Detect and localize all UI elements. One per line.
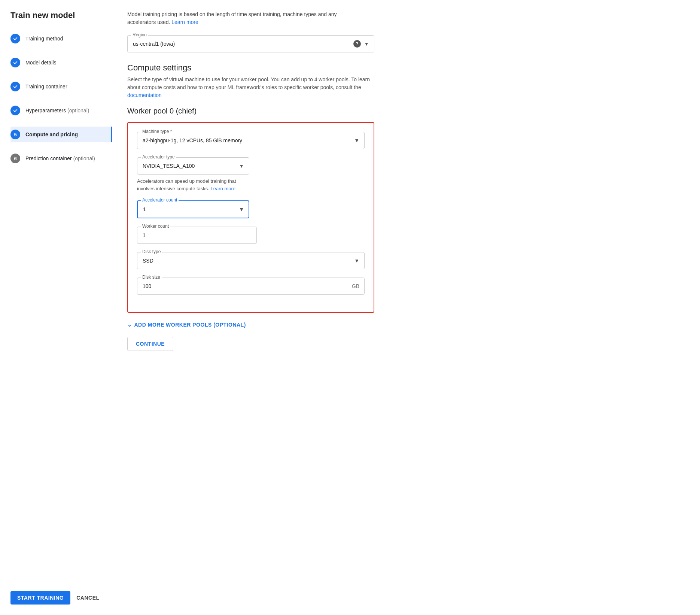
step-3-label: Training container xyxy=(25,84,67,90)
sidebar-item-hyperparameters[interactable]: Hyperparameters (optional) xyxy=(10,103,112,118)
sidebar-item-prediction-container[interactable]: 6 Prediction container (optional) xyxy=(10,151,112,166)
step-1-label: Training method xyxy=(25,36,63,42)
sidebar-item-training-container[interactable]: Training container xyxy=(10,79,112,94)
compute-settings-title: Compute settings xyxy=(127,63,685,73)
accelerator-note: Accelerators can speed up model training… xyxy=(137,178,242,192)
region-select-wrapper: us-central1 (Iowa) ? ▼ xyxy=(127,35,374,52)
chevron-expand-icon: ⌄ xyxy=(127,322,132,328)
sidebar: Train new model Training method Model de… xyxy=(0,0,112,615)
accelerator-count-label: Accelerator count xyxy=(141,197,179,203)
region-field-group: Region us-central1 (Iowa) ? ▼ xyxy=(127,35,374,52)
step-4-icon xyxy=(10,106,20,115)
disk-type-field-group: Disk type SSD ▼ xyxy=(137,252,365,269)
disk-type-label: Disk type xyxy=(141,249,162,254)
step-5-label: Compute and pricing xyxy=(25,131,78,137)
machine-type-select[interactable]: a2-highgpu-1g, 12 vCPUs, 85 GiB memory xyxy=(137,132,365,149)
step-2-label: Model details xyxy=(25,60,57,66)
learn-more-link[interactable]: Learn more xyxy=(171,19,198,25)
step-6-icon: 6 xyxy=(10,154,20,163)
step-3-icon xyxy=(10,82,20,91)
worker-count-input[interactable] xyxy=(137,227,257,244)
worker-pool-title: Worker pool 0 (chief) xyxy=(127,107,685,115)
disk-size-field-group: Disk size GB xyxy=(137,278,365,295)
disk-size-label: Disk size xyxy=(141,275,162,280)
machine-type-field-group: Machine type * a2-highgpu-1g, 12 vCPUs, … xyxy=(137,132,365,149)
region-help-icon[interactable]: ? xyxy=(353,40,361,48)
region-select[interactable]: us-central1 (Iowa) xyxy=(127,35,374,52)
sidebar-actions: START TRAINING CANCEL xyxy=(10,591,112,605)
accelerator-count-select-wrapper: 1 ▼ xyxy=(137,200,249,218)
step-1-icon xyxy=(10,34,20,43)
accelerator-type-select[interactable]: NVIDIA_TESLA_A100 xyxy=(137,157,249,175)
machine-type-select-wrapper: a2-highgpu-1g, 12 vCPUs, 85 GiB memory ▼ xyxy=(137,132,365,149)
step-2-icon xyxy=(10,58,20,67)
main-content: Model training pricing is based on the l… xyxy=(112,0,700,615)
disk-type-select-wrapper: SSD ▼ xyxy=(137,252,365,269)
step-4-label: Hyperparameters (optional) xyxy=(25,107,89,113)
region-label: Region xyxy=(131,32,148,37)
accelerator-type-label: Accelerator type xyxy=(141,154,176,160)
accelerator-type-field-group: Accelerator type NVIDIA_TESLA_A100 ▼ Acc… xyxy=(137,157,365,192)
add-more-pools-button[interactable]: ⌄ ADD MORE WORKER POOLS (OPTIONAL) xyxy=(127,322,685,328)
accelerator-type-select-wrapper: NVIDIA_TESLA_A100 ▼ xyxy=(137,157,249,175)
disk-size-input[interactable] xyxy=(137,278,365,295)
worker-count-input-wrapper xyxy=(137,227,257,244)
worker-count-label: Worker count xyxy=(141,224,170,229)
documentation-link[interactable]: documentation xyxy=(127,92,162,98)
compute-settings-desc: Select the type of virtual machine to us… xyxy=(127,76,374,99)
accelerator-count-field-group: Accelerator count 1 ▼ xyxy=(137,200,365,218)
sidebar-item-compute-pricing[interactable]: 5 Compute and pricing xyxy=(10,127,112,142)
machine-type-label: Machine type * xyxy=(141,129,173,134)
sidebar-item-model-details[interactable]: Model details xyxy=(10,55,112,70)
step-5-icon: 5 xyxy=(10,130,20,139)
step-6-label: Prediction container (optional) xyxy=(25,155,95,161)
worker-pool-form: Machine type * a2-highgpu-1g, 12 vCPUs, … xyxy=(127,122,374,313)
pricing-note: Model training pricing is based on the l… xyxy=(127,10,359,26)
disk-size-input-wrapper: GB xyxy=(137,278,365,295)
start-training-button[interactable]: START TRAINING xyxy=(10,591,70,605)
continue-button[interactable]: CONTINUE xyxy=(127,337,173,351)
sidebar-item-training-method[interactable]: Training method xyxy=(10,31,112,46)
step-list: Training method Model details Training c… xyxy=(10,31,112,581)
cancel-button[interactable]: CANCEL xyxy=(76,595,99,601)
accelerator-learn-more-link[interactable]: Learn more xyxy=(211,186,235,191)
sidebar-title: Train new model xyxy=(10,10,112,20)
add-more-pools-label: ADD MORE WORKER POOLS (OPTIONAL) xyxy=(134,322,246,328)
accelerator-count-select[interactable]: 1 xyxy=(137,200,249,218)
worker-count-field-group: Worker count xyxy=(137,227,257,244)
disk-type-select[interactable]: SSD xyxy=(137,252,365,269)
